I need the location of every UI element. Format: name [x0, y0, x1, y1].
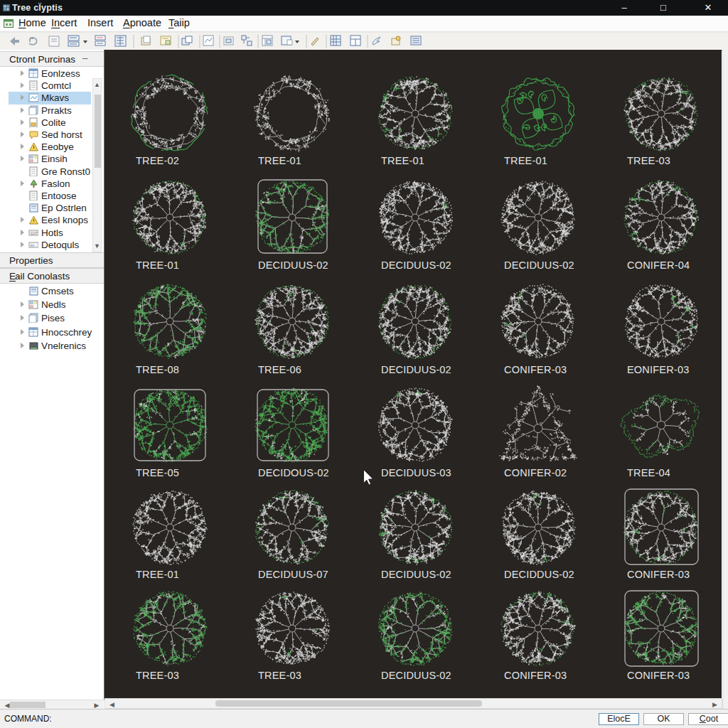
- svg-text:DECIDUUS-02: DECIDUUS-02: [381, 364, 451, 375]
- svg-text:CONIFER-04: CONIFER-04: [627, 259, 690, 271]
- svg-text:DECIDUUS-02: DECIDUUS-02: [381, 569, 451, 580]
- svg-text:TREE-02: TREE-02: [136, 155, 179, 166]
- svg-text:TREE-04: TREE-04: [627, 467, 670, 478]
- svg-text:DECIDUUS-07: DECIDUUS-07: [258, 569, 328, 580]
- svg-text:DECIDOUS-02: DECIDOUS-02: [258, 467, 329, 478]
- svg-text:TREE-01: TREE-01: [504, 155, 547, 166]
- svg-text:TREE-06: TREE-06: [258, 364, 301, 375]
- svg-text:TREE-03: TREE-03: [136, 670, 179, 681]
- svg-text:DECIDUUS-02: DECIDUUS-02: [258, 259, 328, 271]
- svg-text:DECIDUUS-02: DECIDUUS-02: [381, 259, 451, 271]
- svg-text:DECIDUUS-03: DECIDUUS-03: [381, 467, 451, 478]
- svg-text:im: im: [31, 243, 34, 247]
- svg-text:TREE-01: TREE-01: [136, 569, 179, 580]
- svg-text:EONIFER-03: EONIFER-03: [627, 364, 689, 375]
- svg-text:DECIDUUS-02: DECIDUUS-02: [504, 259, 574, 271]
- svg-text:CONIFER-02: CONIFER-02: [504, 467, 567, 478]
- svg-text:TREE-01: TREE-01: [258, 155, 301, 166]
- svg-text:TREE-08: TREE-08: [136, 364, 179, 375]
- svg-text:TREE-05: TREE-05: [136, 467, 179, 478]
- svg-text:TREE-01: TREE-01: [136, 259, 179, 271]
- svg-text:TREE-03: TREE-03: [258, 670, 301, 681]
- svg-text:CUT: CUT: [31, 231, 38, 235]
- svg-text:TREE-01: TREE-01: [381, 155, 424, 166]
- svg-text:CONIFER-03: CONIFER-03: [504, 364, 567, 375]
- svg-text:CONIFER-03: CONIFER-03: [504, 670, 567, 681]
- svg-text:DECIDUUS-02: DECIDUUS-02: [381, 670, 451, 681]
- svg-text:DECIDDUS-02: DECIDDUS-02: [504, 569, 574, 580]
- svg-text:TREE-03: TREE-03: [627, 155, 670, 166]
- svg-text:CONIFER-03: CONIFER-03: [627, 670, 690, 681]
- svg-text:CONIFER-03: CONIFER-03: [627, 569, 690, 580]
